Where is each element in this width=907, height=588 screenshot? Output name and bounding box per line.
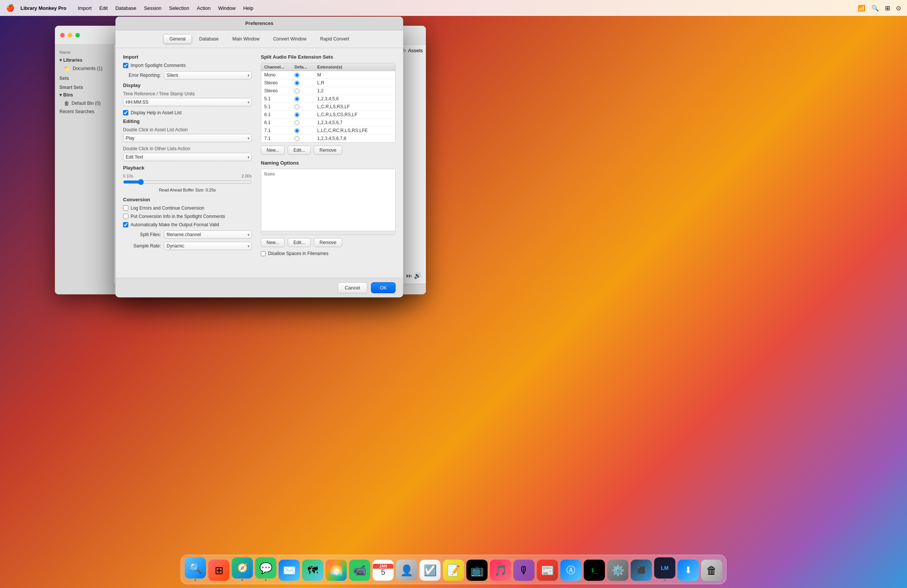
dock-item-finder[interactable]: 🔍: [185, 558, 206, 581]
cancel-button[interactable]: Cancel: [338, 282, 367, 293]
dock-item-music[interactable]: 🎵: [490, 559, 511, 581]
naming-new-button[interactable]: New...: [261, 238, 285, 247]
dock-item-terminal[interactable]: $_: [584, 559, 605, 581]
default-71-1[interactable]: [295, 128, 317, 133]
facetime-icon[interactable]: 📹: [349, 559, 370, 581]
messages-icon[interactable]: 💬: [255, 558, 276, 578]
minimize-button[interactable]: [68, 33, 72, 37]
dock-item-altt[interactable]: ⬛: [631, 559, 652, 581]
appstore-icon[interactable]: Ⓐ: [560, 559, 582, 581]
sidebar-libraries-header[interactable]: ▾ Libraries: [55, 56, 113, 64]
default-mono[interactable]: [295, 73, 317, 78]
table-row[interactable]: 7.1 1,2,3,4,5,6,7,8: [261, 135, 395, 142]
safari-icon[interactable]: 🧭: [232, 558, 253, 578]
put-conversion-checkbox[interactable]: [123, 214, 128, 219]
default-stereo2[interactable]: [295, 88, 317, 93]
search-icon[interactable]: 🔍: [872, 5, 879, 12]
naming-scrollbar[interactable]: [261, 231, 395, 235]
split-files-select[interactable]: filename.channel: [164, 230, 252, 239]
double-click-other-select[interactable]: Edit Text: [123, 153, 252, 161]
menu-selection[interactable]: Selection: [165, 4, 193, 13]
dock-item-appstore[interactable]: Ⓐ: [560, 559, 582, 581]
sidebar-item-default-bin[interactable]: 🗑 Default Bin (0): [55, 99, 113, 107]
menu-edit[interactable]: Edit: [95, 4, 111, 13]
contacts-icon[interactable]: 👤: [396, 559, 417, 581]
news-icon[interactable]: 📰: [537, 559, 558, 581]
control-center-icon[interactable]: ⊞: [885, 5, 890, 12]
audio-remove-button[interactable]: Remove: [314, 146, 342, 155]
volume-icon[interactable]: 🔊: [414, 272, 421, 279]
dock-item-contacts[interactable]: 👤: [396, 559, 417, 581]
error-reporting-select[interactable]: Silent: [164, 71, 252, 80]
table-row[interactable]: 5.1 L,C,R,LS,RS,LF: [261, 103, 395, 111]
default-61-2[interactable]: [295, 120, 317, 125]
import-spotlight-checkbox[interactable]: [123, 63, 128, 68]
default-stereo1[interactable]: [295, 81, 317, 86]
dock-item-calendar[interactable]: JAN 5: [372, 559, 394, 581]
display-help-checkbox[interactable]: [123, 110, 128, 115]
close-button[interactable]: [60, 33, 65, 37]
menu-help[interactable]: Help: [239, 4, 257, 13]
audio-edit-button[interactable]: Edit...: [288, 146, 311, 155]
menu-database[interactable]: Database: [112, 4, 141, 13]
dock-item-podcasts[interactable]: 🎙: [513, 559, 535, 581]
dock-item-syspref[interactable]: ⚙️: [607, 559, 628, 581]
downloads-icon[interactable]: ⬇: [678, 559, 699, 581]
tv-icon[interactable]: 📺: [466, 559, 487, 581]
reminders-icon[interactable]: ☑️: [420, 559, 441, 581]
dock-item-messages[interactable]: 💬: [255, 558, 276, 581]
dock-item-safari[interactable]: 🧭: [232, 558, 253, 581]
podcasts-icon[interactable]: 🎙: [513, 559, 535, 581]
finder-icon[interactable]: 🔍: [185, 558, 206, 578]
table-row[interactable]: Stereo L,R: [261, 79, 395, 87]
terminal-icon[interactable]: $_: [584, 559, 605, 581]
menu-file[interactable]: Import: [74, 4, 95, 13]
sidebar-bins-header[interactable]: ▾ Bins: [55, 91, 113, 99]
dock-item-librarymoneky[interactable]: LM: [654, 558, 675, 581]
menu-window[interactable]: Window: [214, 4, 239, 13]
altt-icon[interactable]: ⬛: [631, 559, 652, 581]
table-row[interactable]: 6.1 L,C,R,LS,CS,RS,LF: [261, 111, 395, 119]
menu-action[interactable]: Action: [193, 4, 214, 13]
dock-item-notes[interactable]: 📝: [443, 559, 464, 581]
dock-item-photos[interactable]: 🌅: [325, 559, 347, 581]
sidebar-recent-searches[interactable]: Recent Searches: [55, 107, 113, 116]
playback-slider[interactable]: [123, 179, 252, 185]
default-71-2[interactable]: [295, 136, 317, 141]
default-51-1[interactable]: [295, 96, 317, 101]
tab-general[interactable]: General: [163, 34, 192, 44]
table-row[interactable]: 5.1 1,2,3,4,5,6: [261, 95, 395, 103]
sidebar-item-documents[interactable]: 📁 Documents (1): [55, 64, 113, 73]
menu-session[interactable]: Session: [140, 4, 165, 13]
syspref-icon[interactable]: ⚙️: [607, 559, 628, 581]
launchpad-icon[interactable]: ⊞: [208, 559, 229, 581]
dock-item-news[interactable]: 📰: [537, 559, 558, 581]
tab-main-window[interactable]: Main Window: [226, 34, 266, 44]
apple-menu[interactable]: 🍎: [6, 4, 14, 12]
ok-button[interactable]: OK: [371, 282, 396, 293]
dock-item-tv[interactable]: 📺: [466, 559, 487, 581]
sample-rate-select[interactable]: Dynamic: [164, 242, 252, 250]
time-reference-select[interactable]: HH:MM:SS: [123, 98, 252, 106]
log-errors-checkbox[interactable]: [123, 206, 128, 211]
auto-make-valid-checkbox[interactable]: [123, 222, 128, 227]
audio-new-button[interactable]: New...: [261, 146, 285, 155]
dock-item-mail[interactable]: ✉️: [279, 559, 300, 581]
table-row[interactable]: 6.1 1,2,3,4,5,6,7: [261, 119, 395, 127]
calendar-icon[interactable]: JAN 5: [372, 559, 394, 581]
mail-icon[interactable]: ✉️: [279, 559, 300, 581]
tab-convert-window[interactable]: Convert Window: [267, 34, 313, 44]
naming-textarea[interactable]: [261, 169, 395, 230]
tab-database[interactable]: Database: [193, 34, 225, 44]
disallow-spaces-checkbox[interactable]: [261, 251, 266, 256]
lm-icon[interactable]: LM: [654, 558, 675, 578]
photos-icon[interactable]: 🌅: [325, 559, 347, 581]
table-row[interactable]: Stereo 1,2: [261, 87, 395, 95]
dock-item-trash[interactable]: 🗑: [701, 559, 722, 581]
naming-remove-button[interactable]: Remove: [314, 238, 342, 247]
naming-edit-button[interactable]: Edit...: [288, 238, 311, 247]
notes-icon[interactable]: 📝: [443, 559, 464, 581]
default-61-1[interactable]: [295, 112, 317, 117]
double-click-asset-select[interactable]: Play: [123, 134, 252, 142]
table-row[interactable]: 7.1 L,LC,C,RC,R,LS,RS,LFE: [261, 127, 395, 135]
